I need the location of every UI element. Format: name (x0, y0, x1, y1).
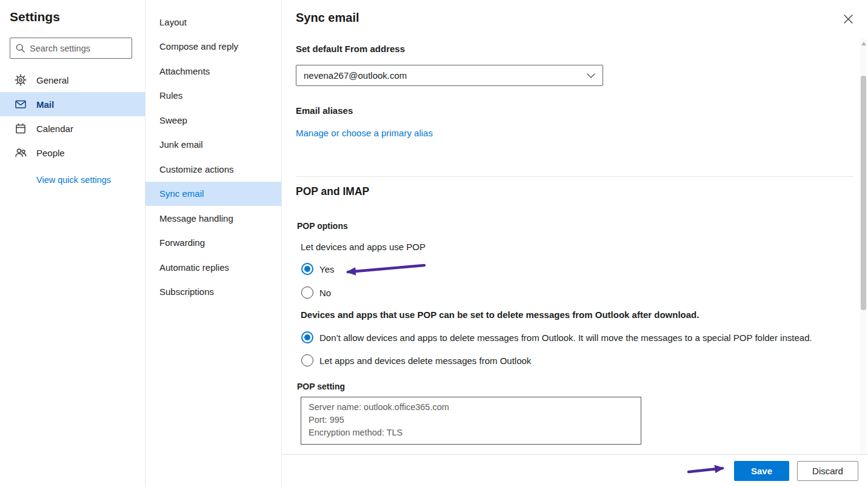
sidebar-item-mail[interactable]: Mail (0, 92, 145, 116)
discard-button[interactable]: Discard (797, 461, 858, 481)
scrollbar-up-arrow-icon[interactable] (861, 42, 866, 45)
search-settings-box[interactable] (10, 38, 132, 59)
radio-let-delete[interactable]: Let apps and devices delete messages fro… (301, 354, 531, 366)
save-button[interactable]: Save (734, 461, 789, 481)
mail-icon (15, 98, 27, 110)
people-icon (15, 147, 27, 159)
sidebar-item-general[interactable]: General (0, 68, 145, 92)
scrollbar-thumb[interactable] (861, 76, 866, 310)
from-address-value: nevena267@outlook.com (304, 70, 407, 81)
radio-selected-icon[interactable] (301, 263, 313, 275)
radio-pop-no[interactable]: No (301, 287, 331, 299)
radio-pop-no-label: No (319, 288, 331, 298)
submenu-item-sync-email[interactable]: Sync email (145, 182, 281, 207)
footer-bar: Save Discard (282, 454, 868, 487)
pop-imap-heading: POP and IMAP (296, 185, 369, 198)
close-icon[interactable] (843, 13, 853, 24)
sidebar-item-label: Calendar (36, 124, 73, 134)
submenu-item-forwarding[interactable]: Forwarding (145, 231, 281, 256)
pop-setting-label: POP setting (297, 382, 345, 391)
radio-pop-yes[interactable]: Yes (301, 263, 334, 275)
from-address-label: Set default From address (296, 44, 405, 54)
radio-unselected-icon[interactable] (301, 287, 313, 299)
chevron-down-icon (587, 73, 595, 78)
radio-dont-allow-delete[interactable]: Don’t allow devices and apps to delete m… (301, 331, 812, 343)
submenu-item-junk-email[interactable]: Junk email (145, 133, 281, 157)
from-address-dropdown[interactable]: nevena267@outlook.com (296, 65, 603, 86)
pop-options-label: POP options (297, 221, 348, 231)
view-quick-settings-link[interactable]: View quick settings (36, 175, 111, 185)
gear-icon (15, 74, 27, 86)
pop-server-line: Server name: outlook.office365.com (309, 401, 633, 414)
submenu-item-automatic-replies[interactable]: Automatic replies (145, 255, 281, 280)
sidebar-item-calendar[interactable]: Calendar (0, 116, 145, 141)
sidebar-item-label: Mail (36, 99, 54, 110)
submenu-item-customize-actions[interactable]: Customize actions (145, 157, 281, 182)
sync-email-panel: Sync email Set default From address neve… (282, 0, 868, 487)
search-settings-input[interactable] (30, 44, 143, 53)
manage-alias-link[interactable]: Manage or choose a primary alias (296, 128, 433, 138)
settings-title: Settings (10, 10, 60, 24)
search-icon (15, 43, 25, 53)
email-aliases-label: Email aliases (296, 105, 353, 116)
sidebar-item-label: People (36, 148, 65, 158)
page-title: Sync email (296, 11, 359, 25)
settings-nav: General Mail Calendar (0, 68, 145, 165)
settings-sidebar: Settings General (0, 0, 145, 487)
use-pop-label: Let devices and apps use POP (301, 242, 426, 252)
radio-pop-yes-label: Yes (319, 264, 334, 274)
sidebar-item-people[interactable]: People (0, 141, 145, 165)
submenu-item-attachments[interactable]: Attachments (145, 59, 281, 84)
pop-encryption-line: Encryption method: TLS (309, 426, 633, 439)
pop-setting-box: Server name: outlook.office365.com Port:… (301, 397, 641, 445)
pop-delete-info: Devices and apps that use POP can be set… (301, 310, 699, 320)
submenu-item-layout[interactable]: Layout (145, 10, 281, 35)
submenu-item-compose-and-reply[interactable]: Compose and reply (145, 35, 281, 59)
radio-let-delete-label: Let apps and devices delete messages fro… (319, 356, 531, 366)
radio-selected-icon[interactable] (301, 331, 313, 343)
submenu-item-rules[interactable]: Rules (145, 84, 281, 108)
mail-settings-submenu: Layout Compose and reply Attachments Rul… (145, 0, 282, 487)
submenu-item-sweep[interactable]: Sweep (145, 108, 281, 133)
pop-port-line: Port: 995 (309, 414, 633, 426)
sidebar-item-label: General (36, 75, 68, 85)
submenu-item-message-handling[interactable]: Message handling (145, 206, 281, 231)
radio-dont-allow-label: Don’t allow devices and apps to delete m… (319, 333, 812, 343)
radio-unselected-icon[interactable] (301, 354, 313, 366)
calendar-icon (15, 122, 27, 134)
section-divider (296, 176, 853, 177)
submenu-item-subscriptions[interactable]: Subscriptions (145, 280, 281, 305)
